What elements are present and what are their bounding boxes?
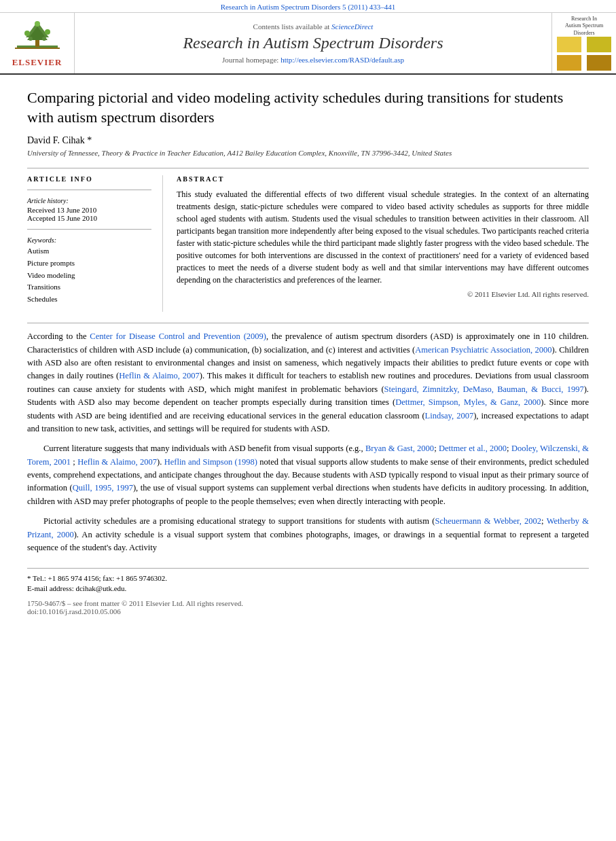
keywords-list: Autism Picture prompts Video modeling Tr… <box>27 245 151 305</box>
article-info-title: ARTICLE INFO <box>27 175 151 183</box>
ref-bryan[interactable]: Bryan & Gast, 2000 <box>365 444 434 453</box>
body-paragraph-2: Current literature suggests that many in… <box>27 442 589 508</box>
author-affiliation: University of Tennessee, Theory & Practi… <box>27 149 589 157</box>
ref-scheuermann[interactable]: Scheuermann & Webber, 2002 <box>435 516 541 526</box>
email-value: dcihak@utk.edu. <box>75 584 126 592</box>
body-paragraph-3: Pictorial activity schedules are a promi… <box>27 515 589 554</box>
body-paragraph-1: According to the Center for Disease Cont… <box>27 330 589 435</box>
svg-rect-11 <box>557 37 583 53</box>
ref-dettmer2[interactable]: Dettmer et al., 2000 <box>439 444 507 453</box>
ref-heflin-2007[interactable]: Heflin & Alaimo, 2007 <box>119 371 199 380</box>
abstract-title: ABSTRACT <box>177 175 589 183</box>
elsevier-tree-icon <box>14 18 61 56</box>
svg-rect-16 <box>557 52 611 55</box>
keyword-video: Video modeling <box>27 270 151 282</box>
ref-apa[interactable]: American Psychiatric Association, 2000 <box>415 345 551 355</box>
author-name: David F. Cihak * <box>27 135 589 146</box>
keywords-label: Keywords: <box>27 236 151 244</box>
svg-rect-14 <box>585 54 611 71</box>
history-label: Article history: <box>27 197 151 204</box>
keywords-section: Keywords: Autism Picture prompts Video m… <box>27 236 151 305</box>
journal-main-title: Research in Autism Spectrum Disorders <box>183 33 443 53</box>
svg-point-8 <box>42 37 46 41</box>
ref-heflin2[interactable]: Heflin & Alaimo, 2007 <box>77 457 157 467</box>
svg-rect-13 <box>557 54 583 71</box>
abstract-col: ABSTRACT This study evaluated the differ… <box>177 175 589 312</box>
footnote-area: * Tel.: +1 865 974 4156; fax: +1 865 974… <box>27 568 589 615</box>
body-text: According to the Center for Disease Cont… <box>27 330 589 554</box>
contents-line: Contents lists available at ScienceDirec… <box>253 22 374 31</box>
svg-point-4 <box>24 31 30 36</box>
journal-bar: Research in Autism Spectrum Disorders 5 … <box>0 0 616 13</box>
ref-heflin-simpson[interactable]: Heflin and Simpson (1998) <box>164 457 257 467</box>
divider-1 <box>27 168 589 168</box>
journal-cover-image: Research InAutism SpectrumDisorders <box>551 13 616 73</box>
svg-point-5 <box>45 29 50 35</box>
journal-header: ELSEVIER Contents lists available at Sci… <box>0 13 616 75</box>
svg-rect-9 <box>15 48 60 49</box>
journal-homepage: Journal homepage: http://ees.elsevier.co… <box>222 56 404 64</box>
ref-steingard[interactable]: Steingard, Zimnitzky, DeMaso, Bauman, & … <box>384 384 584 394</box>
divider-kw <box>27 229 151 230</box>
bottom-info: 1750-9467/$ – see front matter © 2011 El… <box>27 599 589 615</box>
ref-dettmer[interactable]: Dettmer, Simpson, Myles, & Ganz, 2000 <box>395 397 541 407</box>
article-info-col: ARTICLE INFO Article history: Received 1… <box>27 175 163 312</box>
keyword-autism: Autism <box>27 245 151 257</box>
homepage-url[interactable]: http://ees.elsevier.com/RASD/default.asp <box>280 56 404 64</box>
elsevier-brand-text: ELSEVIER <box>12 57 62 68</box>
divider-info <box>27 190 151 190</box>
article-meta-section: ARTICLE INFO Article history: Received 1… <box>27 175 589 312</box>
email-label: E-mail address: <box>27 584 74 592</box>
journal-bar-text: Research in Autism Spectrum Disorders 5 … <box>221 3 396 11</box>
ref-quill[interactable]: Quill, 1995, 1997 <box>73 483 133 493</box>
svg-point-6 <box>35 21 40 26</box>
received-date: Received 13 June 2010 <box>27 206 151 214</box>
copyright-line: © 2011 Elsevier Ltd. All rights reserved… <box>177 290 589 298</box>
keyword-schedules: Schedules <box>27 293 151 306</box>
issn-line: 1750-9467/$ – see front matter © 2011 El… <box>27 599 589 607</box>
article-body: Comparing pictorial and video modeling a… <box>0 75 616 629</box>
footnote-tel: * Tel.: +1 865 974 4156; fax: +1 865 974… <box>27 574 589 582</box>
ref-cdc[interactable]: Center for Disease Control and Preventio… <box>90 332 266 341</box>
accepted-date: Accepted 15 June 2010 <box>27 214 151 222</box>
svg-point-7 <box>29 37 33 41</box>
sciencedirect-link[interactable]: ScienceDirect <box>331 22 373 31</box>
keyword-picture: Picture prompts <box>27 257 151 270</box>
elsevier-logo: ELSEVIER <box>0 13 75 73</box>
svg-rect-12 <box>585 37 611 53</box>
cover-graphic-icon <box>557 37 611 71</box>
cover-title-text: Research InAutism SpectrumDisorders <box>565 16 603 37</box>
ref-lindsay[interactable]: Lindsay, 2007 <box>425 411 474 420</box>
divider-body <box>27 323 589 323</box>
keyword-transitions: Transitions <box>27 281 151 293</box>
footnote-email: E-mail address: dcihak@utk.edu. <box>27 584 589 592</box>
article-history: Article history: Received 13 June 2010 A… <box>27 197 151 222</box>
journal-title-area: Contents lists available at ScienceDirec… <box>75 13 551 73</box>
doi-line: doi:10.1016/j.rasd.2010.05.006 <box>27 607 589 615</box>
abstract-text: This study evaluated the differential ef… <box>177 188 589 286</box>
article-title: Comparing pictorial and video modeling a… <box>27 88 589 127</box>
